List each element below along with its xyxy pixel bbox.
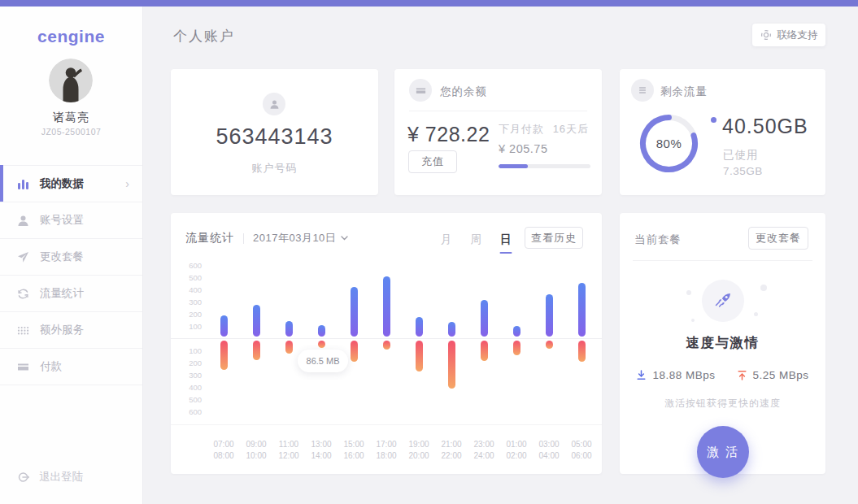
current-plan-card: 当前套餐 更改套餐 速度与激情 18.88 MBps 5.25 MBps <box>620 213 825 474</box>
next-payment-due: 16天后 <box>553 123 589 135</box>
traffic-bar-down[interactable] <box>448 341 455 389</box>
traffic-bar-up[interactable] <box>448 322 455 337</box>
x-axis-label: 01:0002:00 <box>499 439 534 462</box>
sidebar-item-extra-services[interactable]: 额外服务 <box>0 312 142 349</box>
traffic-bar-up[interactable] <box>351 287 358 337</box>
chart-baseline <box>171 424 602 425</box>
traffic-bar-up[interactable] <box>578 283 586 337</box>
traffic-bar-down[interactable] <box>416 341 423 371</box>
x-axis-label: 17:0018:00 <box>368 439 404 462</box>
download-speed: 18.88 MBps <box>636 369 715 381</box>
sidebar-item-label: 流量统计 <box>40 286 84 301</box>
x-axis-label: 09:0010:00 <box>238 439 274 462</box>
y-axis-label: 500 <box>171 273 202 282</box>
y-axis-label: 300 <box>171 298 202 306</box>
brand-logo: cengine <box>0 27 142 46</box>
traffic-bar-down[interactable] <box>285 341 293 354</box>
remaining-data-value: 40.50GB <box>722 115 808 138</box>
contact-support-button[interactable]: 联络支持 <box>752 24 825 46</box>
traffic-bar-up[interactable] <box>383 276 390 337</box>
y-axis-label: 400 <box>171 285 202 294</box>
traffic-chart-card: 流量统计 2017年03月10日 月 周 日 查看历史 86.5 MB 1001… <box>171 213 602 474</box>
sidebar-item-traffic-stats[interactable]: 流量统计 <box>0 276 142 312</box>
plan-name: 速度与激情 <box>620 334 825 352</box>
traffic-bar-down[interactable] <box>578 341 586 362</box>
page-title: 个人账户 <box>173 27 235 46</box>
bar-chart-icon <box>16 177 30 191</box>
traffic-bar-down[interactable] <box>351 341 358 362</box>
account-card: 563443143 账户号码 <box>171 69 378 195</box>
user-icon <box>16 214 30 228</box>
decor-dot <box>754 312 758 316</box>
plan-title: 当前套餐 <box>634 232 682 247</box>
y-axis-label: 400 <box>171 383 202 392</box>
y-axis-label: 100 <box>171 322 202 331</box>
remaining-data-card: 剩余流量 80% 40.50GB 已使用 7.35GB <box>620 69 825 195</box>
sidebar-item-change-plan[interactable]: 更改套餐 <box>0 239 142 276</box>
y-axis-label: 600 <box>171 261 202 270</box>
traffic-bar-down[interactable] <box>481 341 488 361</box>
y-axis-label: 100 <box>171 346 202 355</box>
rocket-badge <box>702 280 744 322</box>
sidebar-item-my-data[interactable]: 我的数据 › <box>0 166 142 202</box>
y-axis-label: 200 <box>171 358 202 367</box>
traffic-bar-up[interactable] <box>546 294 553 337</box>
traffic-bar-down[interactable] <box>546 341 553 349</box>
refresh-icon <box>16 287 30 301</box>
logout-icon <box>16 471 29 484</box>
user-name: 诸葛亮 <box>0 111 142 125</box>
chevron-right-icon: › <box>125 177 129 190</box>
avatar[interactable] <box>49 59 93 102</box>
remaining-data-title: 剩余流量 <box>660 85 708 99</box>
traffic-bar-down[interactable] <box>253 341 260 360</box>
avatar-photo <box>49 59 93 102</box>
x-axis-label: 13:0014:00 <box>303 439 339 462</box>
traffic-bar-down[interactable] <box>220 341 228 370</box>
download-speed-value: 18.88 MBps <box>652 369 715 381</box>
activate-button[interactable]: 激 活 <box>697 426 749 478</box>
divider <box>633 260 812 261</box>
traffic-bar-up[interactable] <box>253 305 260 337</box>
traffic-bar-up[interactable] <box>318 325 325 337</box>
traffic-bar-up[interactable] <box>416 317 423 337</box>
y-axis-label: 500 <box>171 395 202 404</box>
traffic-bar-up[interactable] <box>481 300 488 337</box>
x-axis-label: 15:0016:00 <box>336 439 372 462</box>
next-payment-text: 下月付款 <box>499 123 544 135</box>
sidebar-menu: 我的数据 › 账号设置 更改套餐 流量统计 额外服务 <box>0 165 142 385</box>
decor-dot <box>691 319 695 322</box>
used-data-label: 已使用 <box>723 148 759 163</box>
plan-note: 激活按钮获得更快的速度 <box>620 397 825 411</box>
data-percent: 80% <box>639 114 699 173</box>
traffic-bar-down[interactable] <box>318 341 325 348</box>
x-axis-label: 19:0020:00 <box>401 439 437 462</box>
traffic-bar-up[interactable] <box>220 315 228 337</box>
logout-label: 退出登陆 <box>39 470 83 484</box>
traffic-bar-up[interactable] <box>285 321 293 337</box>
payment-progress-fill <box>499 164 528 168</box>
sidebar-item-payment[interactable]: 付款 <box>0 349 142 385</box>
sidebar-item-label: 付款 <box>40 359 62 374</box>
decor-dot <box>686 290 691 295</box>
contact-support-label: 联络支持 <box>777 28 818 42</box>
divider <box>409 111 587 111</box>
balance-title: 您的余额 <box>440 85 487 99</box>
logout-button[interactable]: 退出登陆 <box>16 470 83 484</box>
upload-icon <box>737 370 747 380</box>
balance-card: 您的余额 ¥ 728.22 充值 下月付款 16天后 ¥ 205.75 <box>394 69 602 195</box>
chart-zero-line <box>171 338 602 339</box>
sidebar-item-account-settings[interactable]: 账号设置 <box>0 202 142 239</box>
y-axis-label: 300 <box>171 371 202 380</box>
traffic-bar-up[interactable] <box>513 326 520 337</box>
user-id: JZ05-2500107 <box>0 127 142 137</box>
recharge-button[interactable]: 充值 <box>408 150 457 173</box>
chart-tooltip: 86.5 MB <box>298 350 348 372</box>
traffic-bar-down[interactable] <box>513 341 520 355</box>
traffic-bar-down[interactable] <box>383 341 390 350</box>
credit-card-icon <box>16 360 30 374</box>
legend-dot <box>711 117 716 123</box>
x-axis-label: 21:0022:00 <box>433 439 469 462</box>
change-plan-button[interactable]: 更改套餐 <box>748 227 808 250</box>
upload-speed: 5.25 MBps <box>737 369 809 381</box>
payment-progress-bar <box>499 164 590 168</box>
